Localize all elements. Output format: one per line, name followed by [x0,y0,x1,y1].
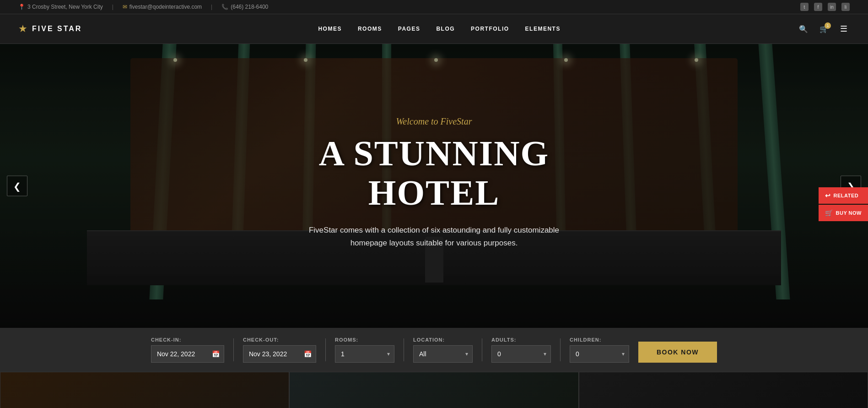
floating-sidebar: ↩ RELATED 🛒 BUY NOW [819,187,868,221]
social-links: t f in li [800,3,850,11]
cart-float-icon: 🛒 [825,209,833,217]
divider-4 [482,338,482,361]
separator-1: | [112,4,113,10]
logo-star-icon: ★ [18,23,27,35]
search-button[interactable]: 🔍 [797,22,810,36]
search-icon: 🔍 [799,25,808,33]
buy-now-label: BUY NOW [836,210,862,216]
nav-links: HOMES ROOMS PAGES BLOG PORTFOLIO ELEMENT… [318,23,561,34]
checkout-field: CHECK-OUT: 📅 [243,337,316,363]
divider-2 [325,338,326,361]
divider-1 [233,338,234,361]
bottom-preview [0,372,868,408]
carousel-prev-button[interactable]: ❮ [7,176,27,196]
logo-text: FIVE STAR [32,25,82,33]
nav-item-pages[interactable]: PAGES [398,23,421,34]
divider-5 [560,338,561,361]
checkout-label: CHECK-OUT: [243,337,316,343]
nav-item-elements[interactable]: ELEMENTS [525,23,561,34]
adults-label: ADULTS: [491,337,551,343]
nav-item-blog[interactable]: BLOG [436,23,455,34]
address-item: 📍 3 Crosby Street, New York City [18,4,103,10]
rooms-select[interactable]: 1 2 3 4 5 [335,345,394,363]
phone-icon: 📞 [221,4,228,10]
email-icon: ✉ [123,4,127,10]
chevron-left-icon: ❮ [13,180,21,191]
hero-title: A STUNNING HOTEL [251,134,617,212]
adults-select-wrap: 0 1 2 3 4 [491,345,551,363]
preview-image-2 [289,372,578,408]
cart-button[interactable]: 🛒 1 [817,22,831,36]
rooms-label: ROOMS: [335,337,394,343]
divider-3 [404,338,404,361]
hamburger-button[interactable]: ☰ [838,22,850,36]
checkin-field: CHECK-IN: 📅 [151,337,224,363]
hero-description-line1: FiveStar comes with a collection of six … [251,224,617,237]
phone-item: 📞 (646) 218-6400 [221,4,268,10]
nav-item-homes[interactable]: HOMES [318,23,342,34]
checkin-input[interactable] [151,345,224,363]
navbar: ★ FIVE STAR HOMES ROOMS PAGES BLOG PORTF… [0,14,868,44]
preview-image-3 [579,372,868,408]
children-select-wrap: 0 1 2 3 [570,345,629,363]
children-label: CHILDREN: [570,337,629,343]
related-label: RELATED [834,193,859,198]
checkout-input[interactable] [243,345,316,363]
checkin-label: CHECK-IN: [151,337,224,343]
hero-section: ❮ ❯ Welcome to FiveStar A STUNNING HOTEL… [0,44,868,328]
related-button[interactable]: ↩ RELATED [819,187,868,204]
nav-item-portfolio[interactable]: PORTFOLIO [471,23,509,34]
location-select-wrap: All New York Los Angeles Chicago [413,345,473,363]
preview-image-1 [0,372,289,408]
booking-bar: CHECK-IN: 📅 CHECK-OUT: 📅 ROOMS: 1 2 3 4 … [0,328,868,372]
hero-content: Welcome to FiveStar A STUNNING HOTEL Fiv… [251,116,617,250]
email-item: ✉ fivestar@qodeinteractive.com [123,4,202,10]
separator-2: | [211,4,212,10]
rooms-field: ROOMS: 1 2 3 4 5 [335,337,394,363]
adults-field: ADULTS: 0 1 2 3 4 [491,337,551,363]
hero-subtitle: Welcome to FiveStar [251,116,617,127]
buy-now-button[interactable]: 🛒 BUY NOW [819,205,868,221]
nav-icons: 🔍 🛒 1 ☰ [797,22,850,36]
checkout-input-wrap: 📅 [243,345,316,363]
top-bar: 📍 3 Crosby Street, New York City | ✉ fiv… [0,0,868,14]
twitter-icon[interactable]: t [800,3,809,11]
location-icon: 📍 [18,4,25,10]
hero-description-line2: homepage layouts suitable for various pu… [251,237,617,250]
instagram-icon[interactable]: in [828,3,836,11]
hamburger-icon: ☰ [840,24,847,33]
children-field: CHILDREN: 0 1 2 3 [570,337,629,363]
location-field: LOCATION: All New York Los Angeles Chica… [413,337,473,363]
book-now-button[interactable]: BOOK NOW [638,342,717,363]
location-select[interactable]: All New York Los Angeles Chicago [413,345,473,363]
checkin-input-wrap: 📅 [151,345,224,363]
rooms-select-wrap: 1 2 3 4 5 [335,345,394,363]
children-select[interactable]: 0 1 2 3 [570,345,629,363]
adults-select[interactable]: 0 1 2 3 4 [491,345,551,363]
top-bar-contact: 📍 3 Crosby Street, New York City | ✉ fiv… [18,4,268,10]
cart-badge: 1 [825,22,831,29]
logo[interactable]: ★ FIVE STAR [18,23,82,35]
location-label: LOCATION: [413,337,473,343]
related-icon: ↩ [825,192,831,199]
nav-item-rooms[interactable]: ROOMS [358,23,382,34]
facebook-icon[interactable]: f [814,3,822,11]
linkedin-icon[interactable]: li [841,3,850,11]
